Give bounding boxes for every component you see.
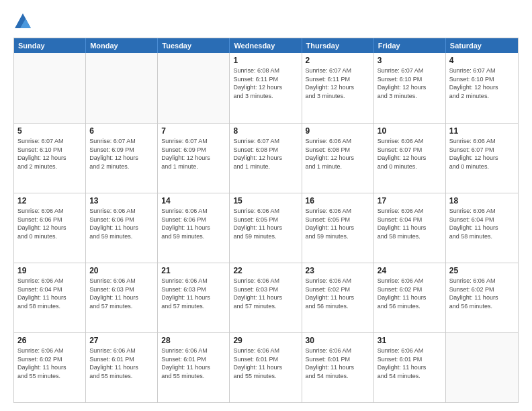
calendar-cell-1-5: 10Sunrise: 6:06 AM Sunset: 6:07 PM Dayli… [374,124,446,193]
cell-info: Sunrise: 6:06 AM Sunset: 6:05 PM Dayligh… [306,207,370,240]
calendar-cell-3-6: 25Sunrise: 6:06 AM Sunset: 6:02 PM Dayli… [446,263,518,332]
cell-info: Sunrise: 6:06 AM Sunset: 6:03 PM Dayligh… [161,277,226,310]
cell-info: Sunrise: 6:06 AM Sunset: 6:01 PM Dayligh… [306,347,370,380]
calendar-cell-2-5: 17Sunrise: 6:06 AM Sunset: 6:04 PM Dayli… [374,193,446,263]
calendar-cell-4-2: 28Sunrise: 6:06 AM Sunset: 6:01 PM Dayli… [158,333,230,402]
day-number: 25 [449,266,515,275]
day-number: 19 [17,266,82,275]
cell-info: Sunrise: 6:08 AM Sunset: 6:11 PM Dayligh… [233,66,298,100]
calendar-cell-0-0 [14,53,86,123]
calendar-row-0: 1Sunrise: 6:08 AM Sunset: 6:11 PM Daylig… [14,53,518,123]
calendar-cell-1-1: 6Sunrise: 6:07 AM Sunset: 6:09 PM Daylig… [86,124,158,193]
calendar-cell-1-2: 7Sunrise: 6:07 AM Sunset: 6:09 PM Daylig… [158,124,230,193]
calendar-cell-4-0: 26Sunrise: 6:06 AM Sunset: 6:02 PM Dayli… [14,333,86,402]
calendar-cell-1-6: 11Sunrise: 6:06 AM Sunset: 6:07 PM Dayli… [446,124,518,193]
weekday-header-sunday: Sunday [14,38,86,53]
calendar-cell-1-4: 9Sunrise: 6:06 AM Sunset: 6:08 PM Daylig… [302,124,374,193]
calendar-cell-3-4: 23Sunrise: 6:06 AM Sunset: 6:02 PM Dayli… [302,263,374,332]
cell-info: Sunrise: 6:06 AM Sunset: 6:02 PM Dayligh… [378,277,442,310]
day-number: 4 [449,56,515,65]
cell-info: Sunrise: 6:06 AM Sunset: 6:07 PM Dayligh… [378,137,442,171]
day-number: 9 [306,126,370,136]
calendar-cell-0-5: 3Sunrise: 6:07 AM Sunset: 6:10 PM Daylig… [374,53,446,123]
calendar-row-2: 12Sunrise: 6:06 AM Sunset: 6:06 PM Dayli… [14,193,518,263]
day-number: 27 [89,336,154,345]
day-number: 1 [233,56,298,65]
day-number: 10 [378,126,442,136]
calendar-cell-3-1: 20Sunrise: 6:06 AM Sunset: 6:03 PM Dayli… [86,263,158,332]
weekday-header-thursday: Thursday [302,38,374,53]
calendar-cell-0-4: 2Sunrise: 6:07 AM Sunset: 6:11 PM Daylig… [302,53,374,123]
weekday-header-tuesday: Tuesday [158,38,230,53]
day-number: 28 [161,336,226,345]
calendar-cell-2-2: 14Sunrise: 6:06 AM Sunset: 6:06 PM Dayli… [158,193,230,263]
day-number: 22 [233,266,298,275]
day-number: 26 [17,336,82,345]
cell-info: Sunrise: 6:06 AM Sunset: 6:04 PM Dayligh… [378,207,442,240]
day-number: 11 [449,126,515,136]
calendar-header: SundayMondayTuesdayWednesdayThursdayFrid… [14,38,518,53]
calendar-cell-2-3: 15Sunrise: 6:06 AM Sunset: 6:05 PM Dayli… [230,193,302,263]
cell-info: Sunrise: 6:06 AM Sunset: 6:03 PM Dayligh… [233,277,298,310]
calendar-cell-2-1: 13Sunrise: 6:06 AM Sunset: 6:06 PM Dayli… [86,193,158,263]
calendar-cell-2-4: 16Sunrise: 6:06 AM Sunset: 6:05 PM Dayli… [302,193,374,263]
calendar-cell-3-2: 21Sunrise: 6:06 AM Sunset: 6:03 PM Dayli… [158,263,230,332]
day-number: 16 [306,196,370,205]
day-number: 3 [378,56,442,65]
cell-info: Sunrise: 6:07 AM Sunset: 6:09 PM Dayligh… [89,137,154,171]
logo [13,12,35,31]
calendar-cell-1-3: 8Sunrise: 6:07 AM Sunset: 6:08 PM Daylig… [230,124,302,193]
cell-info: Sunrise: 6:06 AM Sunset: 6:04 PM Dayligh… [17,277,82,310]
weekday-header-friday: Friday [374,38,446,53]
calendar-cell-4-5: 31Sunrise: 6:06 AM Sunset: 6:01 PM Dayli… [374,333,446,402]
calendar-row-1: 5Sunrise: 6:07 AM Sunset: 6:10 PM Daylig… [14,123,518,193]
calendar-row-3: 19Sunrise: 6:06 AM Sunset: 6:04 PM Dayli… [14,263,518,332]
day-number: 23 [306,266,370,275]
cell-info: Sunrise: 6:06 AM Sunset: 6:06 PM Dayligh… [161,207,226,240]
day-number: 13 [89,196,154,205]
calendar-cell-4-4: 30Sunrise: 6:06 AM Sunset: 6:01 PM Dayli… [302,333,374,402]
cell-info: Sunrise: 6:06 AM Sunset: 6:01 PM Dayligh… [161,347,226,380]
cell-info: Sunrise: 6:06 AM Sunset: 6:02 PM Dayligh… [17,347,82,380]
day-number: 6 [89,126,154,136]
cell-info: Sunrise: 6:06 AM Sunset: 6:07 PM Dayligh… [449,137,515,171]
cell-info: Sunrise: 6:06 AM Sunset: 6:02 PM Dayligh… [449,277,515,310]
day-number: 5 [17,126,82,136]
day-number: 18 [449,196,515,205]
calendar-cell-3-5: 24Sunrise: 6:06 AM Sunset: 6:02 PM Dayli… [374,263,446,332]
calendar-cell-3-0: 19Sunrise: 6:06 AM Sunset: 6:04 PM Dayli… [14,263,86,332]
day-number: 31 [378,336,442,345]
day-number: 15 [233,196,298,205]
page: SundayMondayTuesdayWednesdayThursdayFrid… [0,0,532,411]
cell-info: Sunrise: 6:07 AM Sunset: 6:10 PM Dayligh… [17,137,82,171]
calendar-cell-2-6: 18Sunrise: 6:06 AM Sunset: 6:04 PM Dayli… [446,193,518,263]
calendar: SundayMondayTuesdayWednesdayThursdayFrid… [13,38,519,403]
calendar-cell-3-3: 22Sunrise: 6:06 AM Sunset: 6:03 PM Dayli… [230,263,302,332]
day-number: 2 [306,56,370,65]
header [13,12,519,31]
cell-info: Sunrise: 6:06 AM Sunset: 6:04 PM Dayligh… [449,207,515,240]
calendar-cell-2-0: 12Sunrise: 6:06 AM Sunset: 6:06 PM Dayli… [14,193,86,263]
calendar-row-4: 26Sunrise: 6:06 AM Sunset: 6:02 PM Dayli… [14,332,518,402]
calendar-cell-0-6: 4Sunrise: 6:07 AM Sunset: 6:10 PM Daylig… [446,53,518,123]
cell-info: Sunrise: 6:07 AM Sunset: 6:09 PM Dayligh… [161,137,226,171]
cell-info: Sunrise: 6:06 AM Sunset: 6:06 PM Dayligh… [89,207,154,240]
calendar-body: 1Sunrise: 6:08 AM Sunset: 6:11 PM Daylig… [14,53,518,402]
logo-icon [13,12,32,31]
day-number: 21 [161,266,226,275]
weekday-header-saturday: Saturday [446,38,518,53]
cell-info: Sunrise: 6:06 AM Sunset: 6:02 PM Dayligh… [306,277,370,310]
day-number: 17 [378,196,442,205]
cell-info: Sunrise: 6:06 AM Sunset: 6:08 PM Dayligh… [306,137,370,171]
cell-info: Sunrise: 6:06 AM Sunset: 6:06 PM Dayligh… [17,207,82,240]
cell-info: Sunrise: 6:07 AM Sunset: 6:11 PM Dayligh… [306,66,370,100]
cell-info: Sunrise: 6:07 AM Sunset: 6:10 PM Dayligh… [378,66,442,100]
cell-info: Sunrise: 6:06 AM Sunset: 6:01 PM Dayligh… [378,347,442,380]
day-number: 8 [233,126,298,136]
cell-info: Sunrise: 6:07 AM Sunset: 6:08 PM Dayligh… [233,137,298,171]
calendar-cell-4-3: 29Sunrise: 6:06 AM Sunset: 6:01 PM Dayli… [230,333,302,402]
day-number: 29 [233,336,298,345]
cell-info: Sunrise: 6:07 AM Sunset: 6:10 PM Dayligh… [449,66,515,100]
calendar-cell-0-2 [158,53,230,123]
cell-info: Sunrise: 6:06 AM Sunset: 6:01 PM Dayligh… [89,347,154,380]
